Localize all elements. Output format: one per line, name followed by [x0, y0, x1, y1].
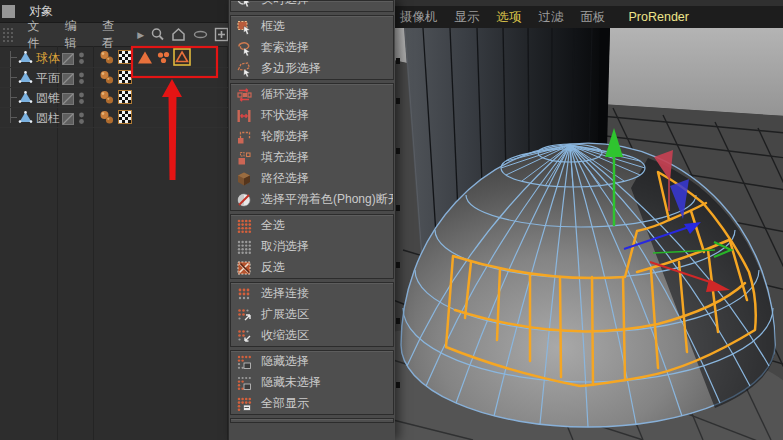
- panel-window-icon: [2, 5, 15, 18]
- menu-group: 循环选择 环状选择 轮廓选择 填充选择: [230, 83, 394, 211]
- menu-group-clipped: [230, 418, 394, 423]
- select-all-icon: [236, 218, 252, 234]
- hierarchy-stub: [10, 97, 17, 98]
- object-name[interactable]: 圆锥: [36, 90, 60, 107]
- grow-selection-icon: [236, 307, 252, 323]
- object-name[interactable]: 圆柱: [36, 110, 60, 127]
- menu-item-live-selection[interactable]: 实时选择: [231, 0, 393, 10]
- object-row-plane[interactable]: 平面: [0, 67, 230, 88]
- viewport-menu-panel[interactable]: 面板: [581, 9, 606, 26]
- viewport-panel: 摄像机 显示 选项 过滤 面板 ProRender: [393, 0, 783, 440]
- object-row-cone[interactable]: 圆锥: [0, 87, 230, 108]
- loop-selection-icon: [236, 87, 252, 103]
- viewport-menubar: 摄像机 显示 选项 过滤 面板 ProRender: [393, 0, 783, 28]
- viewport-menu-filter[interactable]: 过滤: [539, 9, 564, 26]
- ring-selection-icon: [236, 108, 252, 124]
- select-connected-icon: [236, 286, 252, 302]
- texture-tag-icon[interactable]: [118, 90, 132, 108]
- viewport-menu-camera[interactable]: 摄像机: [400, 9, 438, 26]
- polygon-object-icon[interactable]: [18, 90, 33, 108]
- menu-item-loop-selection[interactable]: 循环选择: [231, 84, 393, 105]
- object-manager-menubar: 文件 编辑 查看 ▶: [0, 23, 230, 47]
- texture-tag-icon[interactable]: [118, 50, 132, 68]
- menu-item-invert-selection[interactable]: 反选: [231, 257, 393, 278]
- texture-tag-icon[interactable]: [118, 70, 132, 88]
- clipped-menu-icon: [236, 422, 252, 424]
- menu-item-rectangle-selection[interactable]: 框选: [231, 16, 393, 37]
- home-icon[interactable]: [171, 26, 187, 43]
- menu-group: 选择连接 扩展选区 收缩选区: [230, 282, 394, 347]
- live-selection-icon: [236, 0, 252, 8]
- lasso-selection-icon: [236, 40, 252, 56]
- phong-break-icon: [236, 192, 252, 208]
- cinema4d-window: 对象 文件 编辑 查看 ▶: [0, 0, 783, 440]
- outline-selection-icon: [236, 129, 252, 145]
- object-name[interactable]: 球体: [36, 50, 60, 67]
- menu-item-ring-selection[interactable]: 环状选择: [231, 105, 393, 126]
- shrink-selection-icon: [236, 328, 252, 344]
- menu-item-show-all[interactable]: 全部显示: [231, 393, 393, 414]
- hide-selected-icon: [236, 354, 252, 370]
- menu-group: 框选 套索选择 多边形选择: [230, 15, 394, 80]
- phong-tag-icon[interactable]: [99, 110, 115, 129]
- menu-group: 隐藏选择 隐藏未选择 全部显示: [230, 350, 394, 415]
- flyout-arrow-icon[interactable]: ▶: [137, 30, 144, 40]
- menu-item-hide-unselected[interactable]: 隐藏未选择: [231, 372, 393, 393]
- object-row-cylinder[interactable]: 圆柱: [0, 107, 230, 128]
- menu-item-deselect-all[interactable]: 取消选择: [231, 236, 393, 257]
- polygon-object-icon[interactable]: [18, 50, 33, 68]
- viewport-menu-prorender[interactable]: ProRender: [629, 10, 689, 24]
- object-row-sphere[interactable]: 球体: [0, 47, 230, 68]
- menu-item-grow-selection[interactable]: 扩展选区: [231, 304, 393, 325]
- hierarchy-stub: [10, 117, 17, 118]
- viewport-canvas[interactable]: [393, 28, 783, 440]
- invert-selection-icon: [236, 260, 252, 276]
- fill-selection-icon: [236, 150, 252, 166]
- polygon-object-icon[interactable]: [18, 70, 33, 88]
- selection-context-menu: 实时选择 框选 套索选择 多边形选择: [228, 0, 395, 440]
- menu-item-select-all[interactable]: 全选: [231, 215, 393, 236]
- rectangle-selection-icon: [236, 19, 252, 35]
- polygon-selection-icon: [236, 61, 252, 77]
- texture-tag-icon[interactable]: [118, 110, 132, 128]
- viewport-menu-options[interactable]: 选项: [497, 9, 522, 26]
- menu-item-select-connected[interactable]: 选择连接: [231, 283, 393, 304]
- hide-unselected-icon: [236, 375, 252, 391]
- search-icon[interactable]: [149, 26, 165, 43]
- menu-item-phong-break-selection[interactable]: 选择平滑着色(Phong)断开: [231, 189, 393, 210]
- show-all-icon: [236, 396, 252, 412]
- menu-item-clipped[interactable]: [231, 419, 393, 423]
- menu-item-shrink-selection[interactable]: 收缩选区: [231, 325, 393, 346]
- visibility-dots[interactable]: [78, 111, 85, 129]
- menu-item-fill-selection[interactable]: 填充选择: [231, 147, 393, 168]
- menu-item-polygon-selection[interactable]: 多边形选择: [231, 58, 393, 79]
- object-manager-panel: 对象 文件 编辑 查看 ▶: [0, 0, 230, 440]
- eye-icon[interactable]: [192, 26, 208, 43]
- path-selection-icon: [236, 171, 252, 187]
- menu-item-lasso-selection[interactable]: 套索选择: [231, 37, 393, 58]
- object-name[interactable]: 平面: [36, 70, 60, 87]
- drag-grip-icon[interactable]: [1, 26, 14, 43]
- object-list: 球体: [0, 47, 230, 440]
- menu-group: 全选 取消选择 反选: [230, 214, 394, 279]
- layer-toggle-icon[interactable]: [62, 111, 74, 129]
- menu-item-hide-selected[interactable]: 隐藏选择: [231, 351, 393, 372]
- deselect-all-icon: [236, 239, 252, 255]
- hierarchy-stub: [10, 57, 17, 58]
- menu-item-outline-selection[interactable]: 轮廓选择: [231, 126, 393, 147]
- polygon-object-icon[interactable]: [18, 110, 33, 128]
- menu-group: 实时选择: [230, 0, 394, 12]
- menu-item-path-selection[interactable]: 路径选择: [231, 168, 393, 189]
- viewport-menu-display[interactable]: 显示: [455, 9, 480, 26]
- hierarchy-stub: [10, 77, 17, 78]
